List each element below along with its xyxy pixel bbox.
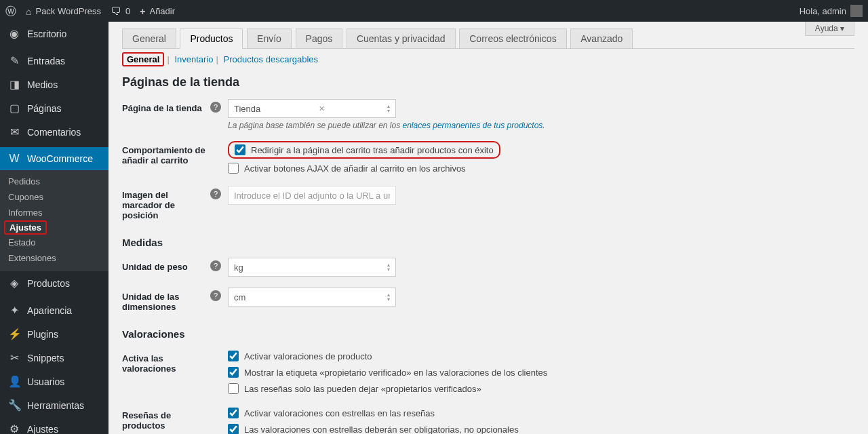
add-label: Añadir <box>149 6 175 16</box>
home-icon: ⌂ <box>26 7 31 16</box>
wp-logo[interactable]: ⓦ <box>5 5 16 16</box>
wordpress-icon: ⓦ <box>5 6 16 17</box>
site-name: Pack WordPress <box>35 6 101 16</box>
admin-bar: ⓦ ⌂Pack WordPress 🗨0 +Añadir Hola, admin <box>0 0 868 22</box>
comment-icon: 🗨 <box>111 6 121 17</box>
comments-link[interactable]: 🗨0 <box>111 5 130 16</box>
site-name-link[interactable]: ⌂Pack WordPress <box>26 6 101 16</box>
add-new-link[interactable]: +Añadir <box>140 6 175 16</box>
comment-count: 0 <box>125 6 130 16</box>
howdy-link[interactable]: Hola, admin <box>800 5 863 17</box>
howdy-text: Hola, admin <box>800 6 846 16</box>
plus-icon: + <box>140 7 145 16</box>
avatar <box>850 5 863 17</box>
